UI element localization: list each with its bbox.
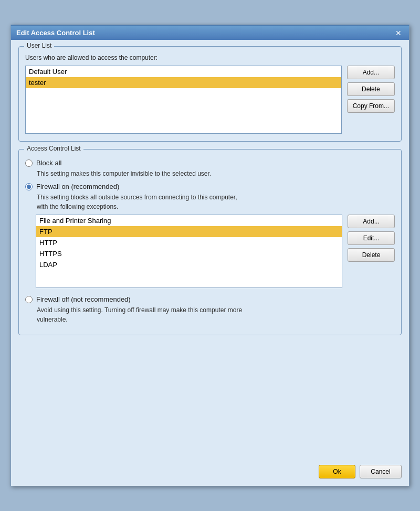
ok-button[interactable]: Ok [319, 465, 355, 478]
block-all-description: This setting makes this computer invisib… [37, 169, 395, 178]
title-bar: Edit Access Control List ✕ [11, 26, 409, 40]
acl-legend: Access Control List [24, 145, 83, 152]
exceptions-section: File and Printer Sharing FTP HTTP HTTPS … [36, 215, 395, 288]
delete-user-button[interactable]: Delete [347, 82, 395, 96]
firewall-on-radio[interactable] [25, 183, 33, 190]
list-item[interactable]: HTTP [36, 237, 342, 248]
cancel-button[interactable]: Cancel [360, 465, 402, 478]
dialog-footer: Ok Cancel [11, 461, 409, 486]
firewall-off-option[interactable]: Firewall off (not recommended) [25, 295, 395, 303]
block-all-option[interactable]: Block all [25, 159, 395, 167]
close-button[interactable]: ✕ [393, 29, 404, 37]
edit-acl-dialog: Edit Access Control List ✕ User List Use… [10, 25, 410, 486]
list-item[interactable]: FTP [36, 226, 342, 237]
list-item[interactable]: tester [26, 77, 341, 88]
exceptions-list-box[interactable]: File and Printer Sharing FTP HTTP HTTPS … [36, 215, 342, 288]
firewall-on-label: Firewall on (recommended) [36, 183, 119, 190]
user-list-buttons: Add... Delete Copy From... [347, 66, 395, 113]
list-item[interactable]: LDAP [36, 259, 342, 270]
list-item[interactable]: File and Printer Sharing [36, 215, 342, 226]
block-all-radio[interactable] [25, 159, 33, 167]
exceptions-buttons: Add... Edit... Delete [348, 215, 395, 262]
delete-exception-button[interactable]: Delete [348, 248, 395, 262]
list-item[interactable]: Default User [26, 66, 341, 77]
firewall-off-radio[interactable] [25, 296, 33, 303]
acl-group: Access Control List Block all This setti… [18, 149, 402, 335]
user-list-box[interactable]: Default User tester [25, 66, 342, 134]
edit-exception-button[interactable]: Edit... [348, 231, 395, 245]
dialog-title: Edit Access Control List [16, 29, 95, 37]
dialog-body: User List Users who are allowed to acces… [11, 40, 409, 461]
user-list-label: Users who are allowed to access the comp… [25, 54, 395, 61]
copy-from-button[interactable]: Copy From... [347, 99, 395, 113]
block-all-label: Block all [36, 159, 61, 167]
firewall-on-description: This setting blocks all outside sources … [37, 193, 395, 211]
user-list-group: User List Users who are allowed to acces… [18, 46, 402, 142]
user-list-section: Default User tester Add... Delete Copy F… [25, 66, 395, 134]
add-exception-button[interactable]: Add... [348, 215, 395, 228]
user-list-legend: User List [24, 42, 54, 49]
add-user-button[interactable]: Add... [347, 66, 395, 79]
firewall-on-option[interactable]: Firewall on (recommended) [25, 183, 395, 190]
firewall-off-description: Avoid using this setting. Turning off fi… [37, 305, 395, 324]
list-item[interactable]: HTTPS [36, 248, 342, 259]
firewall-off-label: Firewall off (not recommended) [36, 295, 131, 303]
